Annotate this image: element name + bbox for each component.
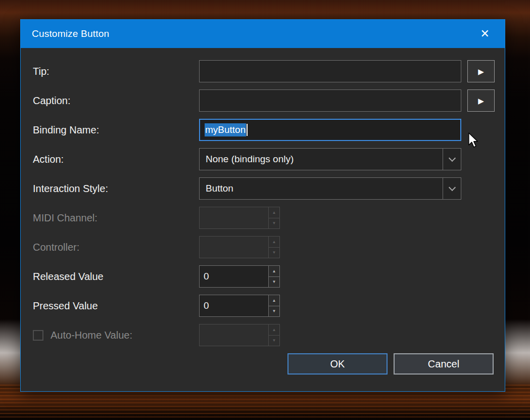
dialog-titlebar: Customize Button ✕: [21, 20, 505, 48]
auto-home-input: [200, 324, 268, 346]
row-action: Action: None (bindings only): [33, 148, 494, 170]
action-selected-value: None (bindings only): [200, 154, 443, 165]
auto-home-label-group: Auto-Home Value:: [33, 330, 199, 341]
play-icon: ▶: [478, 97, 484, 105]
spin-up-icon: ▲: [269, 207, 279, 218]
spin-up-icon: ▲: [269, 237, 279, 248]
midi-channel-input: [200, 207, 268, 228]
controller-input: [200, 237, 268, 258]
cancel-button[interactable]: Cancel: [394, 353, 494, 375]
pressed-value-spin-buttons: ▲ ▼: [268, 295, 279, 316]
row-pressed-value: Pressed Value ▲ ▼: [33, 295, 494, 317]
action-label: Action:: [33, 154, 199, 165]
dialog-footer: OK Cancel: [33, 353, 494, 375]
row-auto-home: Auto-Home Value: ▲ ▼: [33, 324, 494, 346]
midi-channel-spinner: ▲ ▼: [199, 207, 280, 229]
interaction-style-dropdown-button[interactable]: [443, 178, 461, 199]
caption-label: Caption:: [33, 95, 199, 107]
spin-down-icon[interactable]: ▼: [269, 306, 279, 317]
dialog-title: Customize Button: [32, 28, 476, 39]
row-tip: Tip: ▶: [33, 60, 494, 82]
pressed-value-label: Pressed Value: [33, 300, 199, 312]
released-value-spinner[interactable]: ▲ ▼: [199, 265, 280, 288]
released-value-input[interactable]: [200, 266, 268, 287]
row-midi-channel: MIDI Channel: ▲ ▼: [33, 207, 494, 229]
caption-expand-button[interactable]: ▶: [467, 89, 495, 112]
spin-down-icon: ▼: [269, 336, 279, 346]
auto-home-checkbox: [33, 330, 43, 341]
pressed-value-spinner[interactable]: ▲ ▼: [199, 295, 280, 317]
spin-down-icon: ▼: [269, 218, 279, 229]
midi-channel-spin-buttons: ▲ ▼: [268, 207, 279, 228]
action-dropdown[interactable]: None (bindings only): [199, 148, 461, 170]
spin-up-icon[interactable]: ▲: [269, 266, 279, 277]
row-caption: Caption: ▶: [33, 89, 494, 112]
tip-input[interactable]: [199, 60, 461, 82]
spin-down-icon: ▼: [269, 248, 279, 258]
auto-home-label: Auto-Home Value:: [51, 330, 132, 341]
customize-button-dialog: Customize Button ✕ Tip: ▶ Caption: ▶ Bin…: [20, 19, 505, 392]
auto-home-spin-buttons: ▲ ▼: [268, 324, 279, 346]
row-controller: Controller: ▲ ▼: [33, 236, 494, 258]
tip-label: Tip:: [33, 66, 199, 77]
interaction-style-label: Interaction Style:: [33, 183, 199, 195]
controller-spin-buttons: ▲ ▼: [268, 237, 279, 258]
auto-home-spinner: ▲ ▼: [199, 324, 280, 346]
action-dropdown-button[interactable]: [443, 149, 461, 170]
close-icon[interactable]: ✕: [476, 26, 494, 41]
binding-name-label: Binding Name:: [33, 124, 199, 136]
released-value-label: Released Value: [33, 271, 199, 283]
interaction-style-dropdown[interactable]: Button: [199, 177, 461, 200]
interaction-style-selected-value: Button: [200, 183, 443, 194]
ok-button[interactable]: OK: [287, 353, 388, 375]
row-released-value: Released Value ▲ ▼: [33, 265, 494, 288]
pressed-value-input[interactable]: [200, 295, 268, 316]
row-binding-name: Binding Name: myButton: [33, 119, 494, 141]
dialog-content: Tip: ▶ Caption: ▶ Binding Name: myButton…: [21, 48, 505, 375]
caption-input[interactable]: [199, 89, 461, 112]
controller-label: Controller:: [33, 242, 199, 253]
row-interaction-style: Interaction Style: Button: [33, 177, 494, 200]
spin-up-icon[interactable]: ▲: [269, 295, 279, 306]
play-icon: ▶: [478, 68, 484, 75]
midi-channel-label: MIDI Channel:: [33, 212, 199, 224]
controller-spinner: ▲ ▼: [199, 236, 280, 258]
spin-down-icon[interactable]: ▼: [269, 277, 279, 288]
text-caret: [247, 124, 248, 136]
selected-text: myButton: [205, 123, 246, 136]
binding-name-input[interactable]: myButton: [199, 119, 461, 141]
spin-up-icon: ▲: [269, 324, 279, 336]
chevron-down-icon: [448, 154, 455, 161]
tip-expand-button[interactable]: ▶: [467, 60, 495, 82]
chevron-down-icon: [448, 183, 455, 191]
released-value-spin-buttons: ▲ ▼: [268, 266, 279, 287]
